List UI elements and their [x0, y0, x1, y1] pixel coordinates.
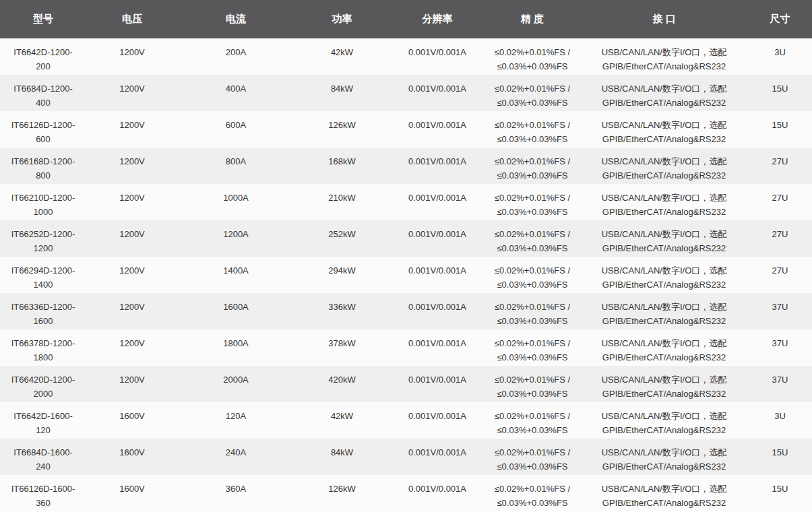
- current-cell: 600A: [178, 111, 294, 148]
- resolution-cell: 0.001V/0.001A: [390, 75, 485, 111]
- model-line1: IT6642D-1200-: [0, 45, 86, 59]
- accuracy-line1: ≤0.02%+0.01%FS /: [485, 482, 580, 496]
- table-row: IT6642D-1200- 200 1200V 200A 42kW 0.001V…: [0, 38, 812, 75]
- accuracy-line1: ≤0.02%+0.01%FS /: [485, 154, 580, 168]
- accuracy-cell: ≤0.02%+0.01%FS / ≤0.03%+0.03%FS: [485, 329, 580, 366]
- current-cell: 1800A: [178, 329, 294, 366]
- model-cell: IT66378D-1200- 1800: [0, 329, 86, 366]
- accuracy-line2: ≤0.03%+0.03%FS: [485, 59, 580, 73]
- model-line2: 360: [0, 496, 86, 510]
- resolution-cell: 0.001V/0.001A: [390, 38, 485, 75]
- header-row: 型号电压电流功率分辨率精 度接 口尺寸: [0, 0, 812, 38]
- accuracy-line1: ≤0.02%+0.01%FS /: [485, 45, 580, 59]
- interface-cell: USB/CAN/LAN/数字I/O口，选配 GPIB/EtherCAT/Anal…: [580, 293, 748, 329]
- model-line2: 2000: [0, 387, 86, 401]
- accuracy-line2: ≤0.03%+0.03%FS: [485, 168, 580, 183]
- power-cell: 126kW: [294, 111, 390, 148]
- voltage-cell: 1600V: [86, 475, 178, 511]
- interface-line1: USB/CAN/LAN/数字I/O口，选配: [580, 263, 748, 278]
- current-cell: 240A: [178, 439, 294, 475]
- model-cell: IT6642D-1600- 120: [0, 402, 86, 439]
- current-cell: 400A: [178, 75, 294, 111]
- interface-line1: USB/CAN/LAN/数字I/O口，选配: [580, 300, 748, 314]
- column-header-accuracy: 精 度: [485, 0, 580, 38]
- interface-line2: GPIB/EtherCAT/Analog&RS232: [580, 387, 748, 401]
- column-header-size: 尺寸: [748, 0, 812, 38]
- current-cell: 1600A: [178, 293, 294, 329]
- model-line2: 1400: [0, 278, 86, 292]
- table-row: IT66336D-1200- 1600 1200V 1600A 336kW 0.…: [0, 293, 812, 329]
- model-cell: IT66252D-1200- 1200: [0, 220, 86, 257]
- interface-cell: USB/CAN/LAN/数字I/O口，选配 GPIB/EtherCAT/Anal…: [580, 366, 748, 402]
- voltage-cell: 1200V: [86, 329, 178, 366]
- accuracy-cell: ≤0.02%+0.01%FS / ≤0.03%+0.03%FS: [485, 148, 580, 184]
- size-cell: 15U: [748, 75, 812, 111]
- accuracy-line2: ≤0.03%+0.03%FS: [485, 241, 580, 255]
- model-line2: 1800: [0, 350, 86, 364]
- interface-cell: USB/CAN/LAN/数字I/O口，选配 GPIB/EtherCAT/Anal…: [580, 148, 748, 184]
- accuracy-line2: ≤0.03%+0.03%FS: [485, 387, 580, 401]
- table-row: IT66420D-1200- 2000 1200V 2000A 420kW 0.…: [0, 366, 812, 402]
- table-row: IT66126D-1600- 360 1600V 360A 126kW 0.00…: [0, 475, 812, 511]
- model-line1: IT66252D-1200-: [0, 227, 86, 241]
- accuracy-cell: ≤0.02%+0.01%FS / ≤0.03%+0.03%FS: [485, 75, 580, 111]
- accuracy-cell: ≤0.02%+0.01%FS / ≤0.03%+0.03%FS: [485, 293, 580, 329]
- model-cell: IT6684D-1600- 240: [0, 439, 86, 475]
- voltage-cell: 1200V: [86, 257, 178, 293]
- current-cell: 1200A: [178, 220, 294, 257]
- model-line1: IT6642D-1600-: [0, 409, 86, 423]
- model-line1: IT66336D-1200-: [0, 300, 86, 314]
- column-header-resolution: 分辨率: [390, 0, 485, 38]
- interface-line2: GPIB/EtherCAT/Analog&RS232: [580, 314, 748, 328]
- size-cell: 15U: [748, 111, 812, 148]
- model-cell: IT66126D-1600- 360: [0, 475, 86, 511]
- spec-table: 型号电压电流功率分辨率精 度接 口尺寸 IT6642D-1200- 200 12…: [0, 0, 812, 511]
- model-line2: 120: [0, 423, 86, 437]
- accuracy-cell: ≤0.02%+0.01%FS / ≤0.03%+0.03%FS: [485, 38, 580, 75]
- accuracy-line2: ≤0.03%+0.03%FS: [485, 205, 580, 219]
- model-line2: 1000: [0, 205, 86, 219]
- resolution-cell: 0.001V/0.001A: [390, 257, 485, 293]
- interface-cell: USB/CAN/LAN/数字I/O口，选配 GPIB/EtherCAT/Anal…: [580, 475, 748, 511]
- interface-line2: GPIB/EtherCAT/Analog&RS232: [580, 241, 748, 255]
- interface-cell: USB/CAN/LAN/数字I/O口，选配 GPIB/EtherCAT/Anal…: [580, 439, 748, 475]
- current-cell: 1400A: [178, 257, 294, 293]
- resolution-cell: 0.001V/0.001A: [390, 184, 485, 220]
- power-cell: 378kW: [294, 329, 390, 366]
- voltage-cell: 1600V: [86, 402, 178, 439]
- table-row: IT66378D-1200- 1800 1200V 1800A 378kW 0.…: [0, 329, 812, 366]
- resolution-cell: 0.001V/0.001A: [390, 293, 485, 329]
- model-line1: IT66168D-1200-: [0, 154, 86, 168]
- voltage-cell: 1200V: [86, 75, 178, 111]
- accuracy-cell: ≤0.02%+0.01%FS / ≤0.03%+0.03%FS: [485, 111, 580, 148]
- interface-cell: USB/CAN/LAN/数字I/O口，选配 GPIB/EtherCAT/Anal…: [580, 111, 748, 148]
- size-cell: 27U: [748, 220, 812, 257]
- model-line1: IT66378D-1200-: [0, 336, 86, 350]
- table-row: IT6684D-1200- 400 1200V 400A 84kW 0.001V…: [0, 75, 812, 111]
- voltage-cell: 1200V: [86, 38, 178, 75]
- model-line2: 1200: [0, 241, 86, 255]
- power-cell: 84kW: [294, 75, 390, 111]
- power-cell: 168kW: [294, 148, 390, 184]
- model-cell: IT66294D-1200- 1400: [0, 257, 86, 293]
- accuracy-line1: ≤0.02%+0.01%FS /: [485, 336, 580, 350]
- column-header-current: 电流: [178, 0, 294, 38]
- accuracy-cell: ≤0.02%+0.01%FS / ≤0.03%+0.03%FS: [485, 439, 580, 475]
- accuracy-cell: ≤0.02%+0.01%FS / ≤0.03%+0.03%FS: [485, 402, 580, 439]
- column-header-interface: 接 口: [580, 0, 748, 38]
- accuracy-cell: ≤0.02%+0.01%FS / ≤0.03%+0.03%FS: [485, 475, 580, 511]
- interface-cell: USB/CAN/LAN/数字I/O口，选配 GPIB/EtherCAT/Anal…: [580, 75, 748, 111]
- resolution-cell: 0.001V/0.001A: [390, 220, 485, 257]
- interface-line1: USB/CAN/LAN/数字I/O口，选配: [580, 373, 748, 387]
- model-cell: IT66420D-1200- 2000: [0, 366, 86, 402]
- size-cell: 37U: [748, 293, 812, 329]
- resolution-cell: 0.001V/0.001A: [390, 439, 485, 475]
- voltage-cell: 1200V: [86, 220, 178, 257]
- resolution-cell: 0.001V/0.001A: [390, 111, 485, 148]
- accuracy-line2: ≤0.03%+0.03%FS: [485, 350, 580, 364]
- interface-line1: USB/CAN/LAN/数字I/O口，选配: [580, 227, 748, 241]
- resolution-cell: 0.001V/0.001A: [390, 148, 485, 184]
- current-cell: 120A: [178, 402, 294, 439]
- current-cell: 360A: [178, 475, 294, 511]
- current-cell: 200A: [178, 38, 294, 75]
